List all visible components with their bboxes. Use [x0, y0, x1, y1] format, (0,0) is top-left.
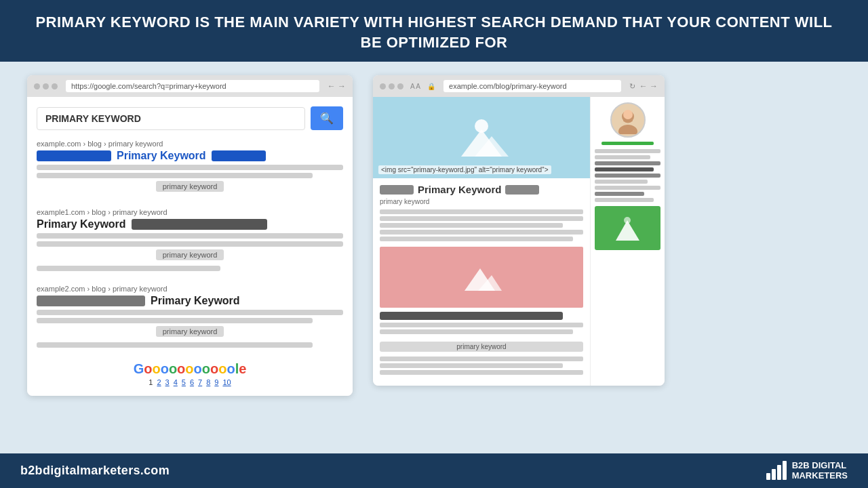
footer-logo-text: B2B DIGITAL MARKETERS: [792, 460, 848, 481]
sidebar-line: [595, 155, 650, 159]
breadcrumb-1: example.com › blog › primary keyword: [37, 140, 343, 148]
keyword-tag-wrapper: primary keyword: [380, 340, 583, 354]
title-text-2[interactable]: Primary Keyword: [37, 218, 126, 230]
title-bar-right: [505, 185, 539, 195]
blog-line: [380, 370, 583, 375]
title-bar-blue-left: [37, 150, 111, 161]
dot-r3: [397, 83, 403, 89]
green-image-box: [595, 206, 660, 250]
result-lines-2b: [37, 266, 343, 271]
sidebar-line: [595, 186, 660, 190]
result-line: [37, 342, 313, 348]
blog-content-lines-3: [380, 357, 583, 375]
result-line: [37, 310, 343, 315]
blog-line: [380, 223, 563, 228]
keyword-tag-2: primary keyword: [156, 249, 224, 260]
blog-main: <img src="primary-keyword.jpg" alt="prim…: [373, 97, 590, 386]
avatar-svg: [614, 106, 642, 134]
left-nav-arrows[interactable]: ← →: [328, 81, 346, 91]
mountain-svg-sidebar: [612, 215, 643, 242]
page-title: PRIMARY KEYWORD IS THE MAIN VARIETY WITH…: [27, 12, 841, 52]
dot-r2: [389, 83, 395, 89]
page-4[interactable]: 4: [174, 378, 178, 386]
page-2[interactable]: 2: [157, 378, 161, 386]
google-o2: o: [152, 361, 160, 376]
search-result-1: example.com › blog › primary keyword Pri…: [37, 140, 343, 195]
breadcrumb-2: example1.com › blog › primary keyword: [37, 208, 343, 216]
blog-title: Primary Keyword: [418, 184, 501, 195]
page-10[interactable]: 10: [222, 378, 231, 386]
progress-bar: [380, 312, 563, 320]
refresh-icon[interactable]: ↻: [629, 82, 635, 91]
google-o9: o: [210, 361, 218, 376]
page-6[interactable]: 6: [190, 378, 194, 386]
result-lines-3b: [37, 342, 343, 348]
right-browser-body: <img src="primary-keyword.jpg" alt="prim…: [373, 97, 665, 386]
search-bar-row: 🔍: [37, 106, 343, 130]
hero-image: <img src="primary-keyword.jpg" alt="prim…: [373, 97, 590, 178]
page-1[interactable]: 1: [149, 378, 153, 386]
blog-line: [380, 209, 583, 214]
keyword-tag-3: primary keyword: [156, 326, 224, 337]
sidebar-line: [595, 149, 660, 153]
sidebar-line: [595, 174, 660, 178]
right-nav-arrows[interactable]: ← →: [639, 81, 658, 91]
page-8[interactable]: 8: [206, 378, 210, 386]
blog-content-lines-2: [380, 323, 583, 334]
left-browser: https://google.com/search?q=primary+keyw…: [27, 75, 353, 396]
google-logo: Gooooooooooole: [37, 361, 343, 377]
search-result-2: example1.com › blog › primary keyword Pr…: [37, 208, 343, 271]
title-text-3[interactable]: Primary Keyword: [151, 295, 240, 307]
search-button[interactable]: 🔍: [311, 106, 343, 130]
blog-inner-image: [380, 247, 583, 308]
result-line: [37, 318, 313, 323]
page-7[interactable]: 7: [198, 378, 202, 386]
page-5[interactable]: 5: [182, 378, 186, 386]
result-lines-3: [37, 310, 343, 323]
sidebar-line: [595, 192, 644, 196]
google-o5: o: [177, 361, 185, 376]
result-line: [37, 241, 343, 247]
result-lines-2: [37, 233, 343, 247]
left-browser-body: 🔍 example.com › blog › primary keyword P…: [27, 97, 353, 396]
title-bar-gray: [37, 296, 145, 306]
page-9[interactable]: 9: [214, 378, 218, 386]
img-alt-label: <img src="primary-keyword.jpg" alt="prim…: [378, 165, 551, 174]
title-bar-blue-right: [212, 150, 266, 161]
google-o11: o: [226, 361, 235, 376]
result-lines-1: [37, 165, 343, 178]
page-3[interactable]: 3: [165, 378, 170, 386]
result-line: [37, 165, 343, 170]
google-e: e: [239, 361, 246, 376]
google-o1: o: [144, 361, 152, 376]
right-browser-dots: [380, 83, 403, 89]
breadcrumb-3: example2.com › blog › primary keyword: [37, 285, 343, 293]
title-text-1[interactable]: Primary Keyword: [117, 150, 206, 162]
result-title-row-3: Primary Keyword: [37, 295, 343, 307]
sidebar-line: [595, 180, 648, 184]
sidebar-lines: [595, 149, 660, 202]
green-bar: [601, 142, 654, 145]
logo-line-1: B2B DIGITAL: [792, 460, 848, 471]
blog-title-row: Primary Keyword: [380, 184, 583, 195]
lock-icon: 🔒: [427, 83, 435, 90]
svg-point-6: [618, 125, 637, 134]
google-o3: o: [161, 361, 169, 376]
google-o4: o: [169, 361, 177, 376]
search-result-3: example2.com › blog › primary keyword Pr…: [37, 285, 343, 348]
google-o8: o: [202, 361, 210, 376]
search-input[interactable]: [37, 107, 305, 130]
logo-bars: [766, 461, 787, 480]
footer-logo: B2B DIGITAL MARKETERS: [766, 460, 848, 481]
svg-point-9: [624, 217, 631, 224]
result-line: [37, 266, 220, 271]
sidebar-line: [595, 161, 660, 165]
logo-bar-3: [777, 465, 781, 480]
dot-r1: [380, 83, 386, 89]
blog-line: [380, 329, 573, 334]
google-g: G: [134, 361, 144, 376]
footer-domain: b2bdigitalmarketers.com: [20, 464, 170, 478]
dot-green: [52, 83, 58, 89]
mountain-svg-inner: [461, 260, 502, 294]
blog-keyword-tag: primary keyword: [380, 342, 583, 352]
